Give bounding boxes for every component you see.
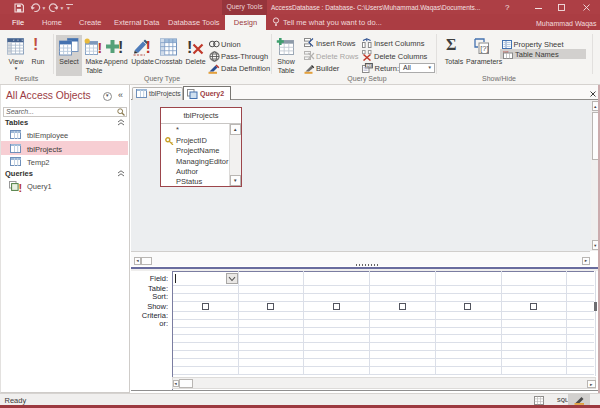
- svg-text:!: !: [19, 181, 23, 192]
- svg-text:!: !: [118, 39, 123, 56]
- svg-text:!: !: [146, 39, 151, 56]
- svg-text:[?]: [?]: [480, 44, 488, 53]
- svg-text:!: !: [98, 39, 103, 55]
- svg-text:!: !: [187, 38, 192, 55]
